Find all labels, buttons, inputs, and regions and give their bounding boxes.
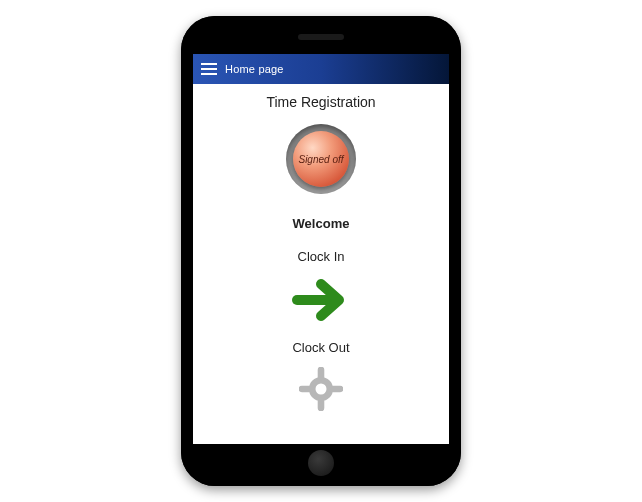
arrow-right-icon <box>291 276 351 324</box>
clock-out-button[interactable] <box>291 367 351 411</box>
app-bar: Home page <box>193 54 449 84</box>
phone-home-button[interactable] <box>308 450 334 476</box>
clock-in-label: Clock In <box>193 249 449 264</box>
phone-frame: Home page Time Registration Signed off W… <box>181 16 461 486</box>
welcome-text: Welcome <box>193 216 449 231</box>
menu-icon[interactable] <box>201 63 217 75</box>
status-label: Signed off <box>293 131 349 187</box>
clock-out-label: Clock Out <box>193 340 449 355</box>
svg-point-1 <box>312 380 330 398</box>
appbar-title: Home page <box>225 63 284 75</box>
clock-out-icon <box>299 367 343 411</box>
phone-speaker <box>298 34 344 40</box>
stage: Home page Time Registration Signed off W… <box>0 0 642 502</box>
status-indicator[interactable]: Signed off <box>286 124 356 194</box>
clock-in-button[interactable] <box>291 276 351 324</box>
page-title: Time Registration <box>193 94 449 110</box>
content: Time Registration Signed off Welcome Clo… <box>193 84 449 411</box>
phone-screen: Home page Time Registration Signed off W… <box>193 54 449 444</box>
